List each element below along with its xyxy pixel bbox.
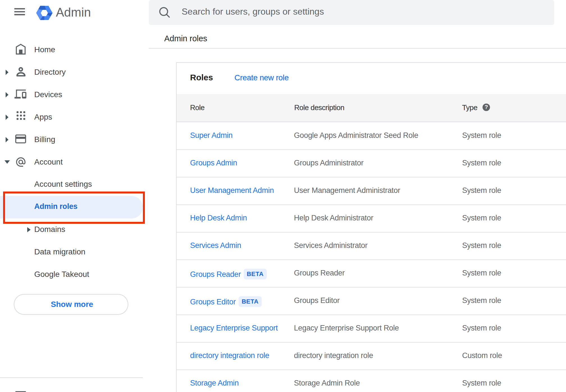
- svg-text:?: ?: [485, 104, 488, 110]
